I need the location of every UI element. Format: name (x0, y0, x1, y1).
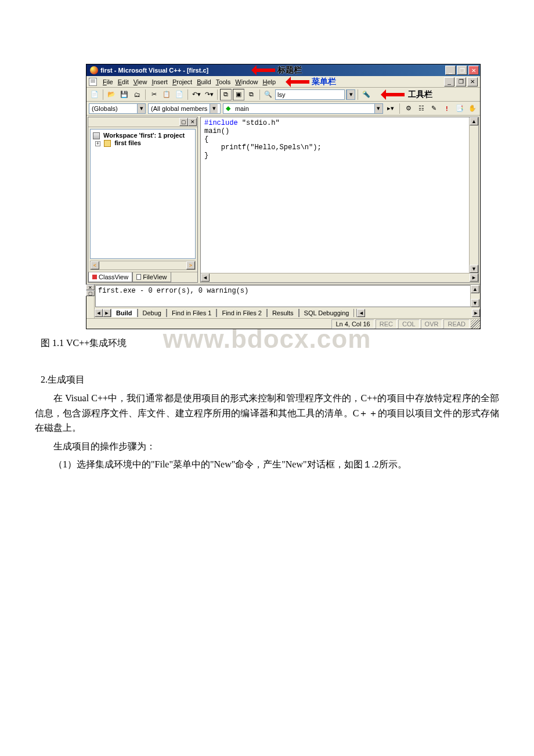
scroll-down-button[interactable]: ▼ (471, 299, 479, 307)
output-close-button[interactable]: ✕ (86, 285, 95, 290)
body-paragraph: 生成项目的操作步骤为： (35, 439, 499, 454)
menu-insert[interactable]: Insert (149, 78, 170, 86)
workspace-close-button[interactable]: ✕ (188, 118, 197, 126)
save-button[interactable]: 💾 (118, 89, 130, 100)
wiz2-button[interactable]: ☷ (416, 103, 427, 114)
document-icon (89, 78, 97, 86)
tab-sql-debugging[interactable]: SQL Debugging (299, 309, 355, 317)
fileview-icon (136, 274, 141, 280)
output-vscroll[interactable]: ▲ ▼ (470, 285, 479, 307)
output-tab-next[interactable]: ► (103, 309, 111, 317)
redo-button[interactable]: ↷▾ (203, 89, 215, 100)
workspace-button[interactable]: ⧉ (220, 89, 232, 100)
menu-window[interactable]: Window (233, 78, 260, 86)
tab-find1[interactable]: Find in Files 1 (167, 309, 217, 317)
code-editor[interactable]: #include "stdio.h" main() { printf("Hell… (201, 117, 478, 273)
wiz6-button[interactable]: ✋ (467, 103, 478, 114)
body-paragraph: （1）选择集成环境中的"File"菜单中的"New"命令，产生"New"对话框，… (35, 457, 499, 472)
symbol-value: main (233, 105, 251, 112)
code-line: { (204, 135, 208, 143)
mdi-restore-button[interactable]: ❐ (456, 77, 466, 87)
output-text[interactable]: first.exe - 0 error(s), 0 warning(s) (95, 285, 479, 307)
symbol-combo[interactable]: ◆ main ▾ (223, 103, 383, 114)
tab-find2[interactable]: Find in Files 2 (217, 309, 266, 317)
output-hscroll[interactable]: ◄ ► (356, 309, 480, 317)
wiz5-button[interactable]: 📑 (454, 103, 465, 114)
menu-tools[interactable]: Tools (214, 78, 233, 86)
annotation-menu-bar: 菜单栏 (312, 77, 336, 87)
scroll-left-button[interactable]: ◄ (357, 309, 365, 317)
editor-hscroll[interactable]: ◄ ► (201, 273, 478, 282)
annotation-title-bar: 标题栏 (277, 65, 302, 75)
tab-build[interactable]: Build (111, 309, 138, 317)
output-button[interactable]: ▣ (233, 89, 244, 100)
find-input[interactable] (275, 89, 345, 100)
menu-build[interactable]: Build (194, 78, 213, 86)
output-tab-prev[interactable]: ◄ (95, 309, 103, 317)
find-in-files-button[interactable]: 🔍 (262, 89, 274, 100)
output-pane: ✕ ▢ first.exe - 0 error(s), 0 warning(s)… (86, 284, 480, 318)
wiz1-button[interactable]: ⚙ (403, 103, 414, 114)
menu-help[interactable]: Help (260, 78, 278, 86)
wiz3-button[interactable]: ✎ (429, 103, 439, 114)
tree-project[interactable]: + first files (93, 139, 193, 147)
menu-edit[interactable]: Edit (116, 78, 131, 86)
window-minimize-button[interactable]: _ (445, 66, 456, 75)
scroll-left-button[interactable]: < (91, 261, 99, 269)
scope-combo[interactable]: (Globals) ▾ (89, 103, 146, 114)
undo-button[interactable]: ↶▾ (190, 89, 202, 100)
section-heading: 2.生成项目 (41, 374, 499, 386)
wiz4-button[interactable]: ! (442, 103, 452, 114)
window-list-button[interactable]: ⧉ (246, 89, 257, 100)
window-close-button[interactable]: ✕ (468, 66, 479, 75)
code-line: printf("Hello,Spels\n"); (204, 143, 322, 152)
tab-results[interactable]: Results (267, 309, 299, 317)
members-combo[interactable]: (All global members ▾ (148, 103, 221, 114)
save-all-button[interactable]: 🗂 (131, 89, 143, 100)
window-maximize-button[interactable]: ❐ (457, 66, 467, 75)
paste-button[interactable]: 📄 (174, 89, 185, 100)
ide-window: first - Microsoft Visual C++ - [first.c]… (86, 64, 481, 329)
tab-fileview[interactable]: FileView (132, 272, 171, 282)
scroll-right-button[interactable]: ► (470, 273, 478, 282)
code-line: #include (204, 119, 238, 127)
scroll-down-button[interactable]: ▼ (470, 265, 478, 273)
search-button[interactable]: 🔦 (360, 89, 372, 100)
open-button[interactable]: 📂 (106, 89, 117, 100)
output-tabs: ◄ ► Build Debug Find in Files 1 Find in … (95, 308, 480, 318)
go-button[interactable]: ▸▾ (385, 103, 396, 114)
editor-vscroll[interactable]: ▲ ▼ (469, 117, 478, 273)
copy-button[interactable]: 📋 (161, 89, 172, 100)
title-bar[interactable]: first - Microsoft Visual C++ - [first.c]… (86, 64, 480, 76)
annotation-arrow-icon (280, 79, 309, 85)
scroll-up-button[interactable]: ▲ (471, 285, 479, 293)
find-dropdown[interactable]: ▾ (346, 89, 355, 100)
mdi-close-button[interactable]: ✕ (467, 77, 478, 87)
output-pin-button[interactable]: ▢ (86, 290, 95, 296)
scroll-right-button[interactable]: ► (472, 309, 480, 317)
cut-button[interactable]: ✂ (148, 89, 160, 100)
new-text-file-button[interactable]: 📄 (89, 89, 100, 100)
workspace-tree[interactable]: Workspace 'first': 1 project + first fil… (90, 129, 196, 259)
code-line: main() (204, 127, 229, 135)
members-value: (All global members (149, 105, 210, 112)
scroll-up-button[interactable]: ▲ (470, 117, 478, 125)
classview-icon (92, 275, 97, 279)
workspace-hscroll[interactable]: < > (90, 261, 196, 270)
editor-pane: #include "stdio.h" main() { printf("Hell… (200, 117, 479, 283)
menu-project[interactable]: Project (170, 78, 194, 86)
tab-classview[interactable]: ClassView (88, 272, 132, 282)
tree-root[interactable]: Workspace 'first': 1 project (93, 132, 193, 139)
body-paragraph: 在 Visual C++中，我们通常都是使用项目的形式来控制和管理程序文件的，C… (35, 391, 499, 435)
tab-debug[interactable]: Debug (138, 309, 167, 317)
workspace-dock-button[interactable]: ▢ (179, 118, 188, 126)
scroll-left-button[interactable]: ◄ (201, 273, 210, 282)
tree-project-label: first files (114, 139, 141, 146)
expand-icon[interactable]: + (95, 141, 100, 146)
tree-root-label: Workspace 'first': 1 project (103, 132, 185, 139)
code-line: "stdio.h" (238, 119, 280, 127)
mdi-minimize-button[interactable]: _ (444, 77, 454, 87)
menu-file[interactable]: File (100, 78, 116, 86)
menu-view[interactable]: View (131, 78, 150, 86)
scroll-right-button[interactable]: > (186, 261, 195, 269)
